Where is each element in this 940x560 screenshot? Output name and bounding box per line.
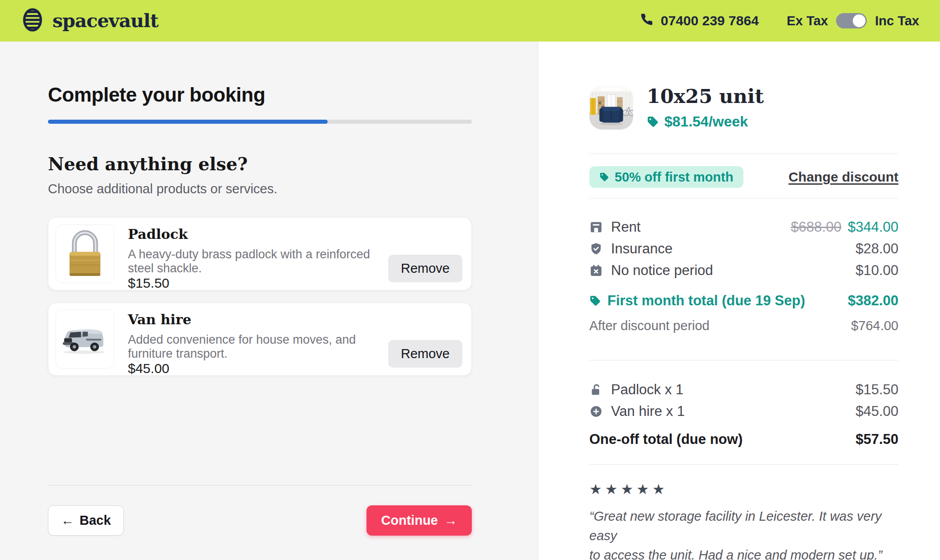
unit-name: 10x25 unit bbox=[647, 86, 764, 107]
arrow-left-icon: ← bbox=[61, 513, 74, 528]
review-quote: “Great new storage facility in Leicester… bbox=[589, 507, 898, 560]
change-discount-link[interactable]: Change discount bbox=[789, 169, 898, 185]
discount-badge: 50% off first month bbox=[589, 166, 743, 188]
addon-price: $15.50 bbox=[128, 275, 375, 291]
cost-label: No notice period bbox=[611, 262, 713, 279]
addon-price: $45.00 bbox=[128, 361, 375, 376]
phone-contact[interactable]: 07400 239 7864 bbox=[640, 13, 759, 29]
discount-badge-label: 50% off first month bbox=[615, 170, 733, 185]
one-off-label: Van hire x 1 bbox=[611, 403, 685, 420]
section-subtitle: Choose additional products or services. bbox=[48, 182, 472, 196]
section-title: Need anything else? bbox=[48, 154, 472, 174]
after-discount-price: $764.00 bbox=[851, 318, 898, 333]
cost-rows: Rent $688.00$344.00 Insurance $28.00 bbox=[589, 216, 898, 281]
addon-info: Padlock A heavy-duty brass padlock with … bbox=[128, 224, 375, 283]
toggle-knob bbox=[853, 14, 865, 27]
addon-card-van: Van hire Added convenience for house mov… bbox=[48, 303, 472, 376]
addon-card-padlock: Padlock A heavy-duty brass padlock with … bbox=[48, 217, 472, 290]
ex-tax-label: Ex Tax bbox=[787, 14, 828, 28]
tax-toggle-group: Ex Tax Inc Tax bbox=[787, 13, 919, 28]
app-header: spacevault 07400 239 7864 Ex Tax Inc Tax bbox=[0, 0, 940, 42]
progress-fill bbox=[48, 120, 328, 124]
back-label: Back bbox=[80, 513, 111, 528]
unit-photo bbox=[589, 86, 633, 130]
brand: spacevault bbox=[21, 7, 158, 35]
star-rating: ★★★★★ bbox=[589, 481, 898, 498]
insurance-price: $28.00 bbox=[855, 241, 898, 257]
one-off-row-van: Van hire x 1 $45.00 bbox=[589, 401, 898, 422]
continue-button[interactable]: Continue → bbox=[367, 505, 472, 536]
plus-circle-icon bbox=[589, 405, 603, 418]
van-photo bbox=[56, 310, 114, 369]
one-off-price: $15.50 bbox=[855, 382, 898, 398]
footer-divider bbox=[48, 485, 472, 485]
rent-original-price: $688.00 bbox=[791, 219, 841, 235]
remove-button[interactable]: Remove bbox=[388, 255, 462, 282]
cost-label: Rent bbox=[611, 219, 640, 235]
one-off-rows: Padlock x 1 $15.50 Van hire x 1 $45.00 bbox=[589, 379, 898, 422]
spacevault-logo-icon bbox=[21, 7, 44, 35]
footer-row: ← Back Continue → bbox=[48, 505, 472, 536]
cost-row-notice: No notice period $10.00 bbox=[589, 260, 898, 281]
one-off-total-label: One-off total (due now) bbox=[589, 431, 743, 448]
cost-label: Insurance bbox=[611, 241, 672, 257]
cost-row-rent: Rent $688.00$344.00 bbox=[589, 216, 898, 238]
addon-description: A heavy-duty brass padlock with a reinfo… bbox=[128, 247, 375, 275]
padlock-icon bbox=[589, 383, 603, 397]
booking-pane: Complete your booking Need anything else… bbox=[0, 42, 538, 560]
tax-toggle[interactable] bbox=[836, 13, 867, 28]
main: Complete your booking Need anything else… bbox=[0, 42, 940, 560]
discount-row: 50% off first month Change discount bbox=[589, 166, 898, 188]
continue-label: Continue bbox=[381, 513, 438, 528]
rent-price: $344.00 bbox=[848, 219, 898, 235]
booking-content: Complete your booking Need anything else… bbox=[48, 42, 472, 536]
padlock-photo bbox=[56, 224, 114, 283]
page-title: Complete your booking bbox=[48, 83, 472, 107]
addon-name: Padlock bbox=[128, 226, 375, 242]
addon-list: Padlock A heavy-duty brass padlock with … bbox=[48, 217, 472, 376]
storage-unit-icon bbox=[589, 220, 603, 234]
summary-pane: 10x25 unit $81.54/week 50% off first mon… bbox=[538, 42, 940, 560]
calendar-x-icon bbox=[589, 264, 603, 277]
phone-icon bbox=[640, 13, 653, 29]
remove-button[interactable]: Remove bbox=[388, 340, 462, 368]
first-month-total-price: $382.00 bbox=[848, 293, 898, 309]
arrow-right-icon: → bbox=[444, 513, 457, 528]
after-discount-label: After discount period bbox=[589, 318, 710, 333]
divider bbox=[589, 198, 898, 198]
unit-rate: $81.54/week bbox=[647, 113, 764, 130]
divider bbox=[589, 154, 898, 154]
one-off-row-padlock: Padlock x 1 $15.50 bbox=[589, 379, 898, 401]
first-month-total-row: First month total (due 19 Sep) $382.00 bbox=[589, 291, 898, 310]
tag-icon bbox=[599, 172, 609, 182]
review-quote-line: “Great new storage facility in Leicester… bbox=[589, 509, 882, 543]
notice-price: $10.00 bbox=[855, 262, 898, 279]
one-off-total-price: $57.50 bbox=[855, 431, 898, 448]
review: ★★★★★ “Great new storage facility in Lei… bbox=[589, 481, 898, 560]
addon-info: Van hire Added convenience for house mov… bbox=[128, 310, 375, 369]
unit-info: 10x25 unit $81.54/week bbox=[647, 86, 764, 130]
one-off-label: Padlock x 1 bbox=[611, 382, 683, 398]
divider bbox=[589, 360, 898, 360]
phone-number: 07400 239 7864 bbox=[661, 13, 759, 28]
divider bbox=[589, 464, 898, 465]
first-month-total-label: First month total (due 19 Sep) bbox=[607, 293, 805, 309]
inc-tax-label: Inc Tax bbox=[875, 14, 919, 28]
shield-check-icon bbox=[589, 242, 603, 256]
unit-header: 10x25 unit $81.54/week bbox=[589, 86, 898, 130]
price-tag-icon bbox=[647, 116, 659, 128]
header-right: 07400 239 7864 Ex Tax Inc Tax bbox=[640, 13, 919, 29]
brand-name: spacevault bbox=[52, 10, 158, 32]
progress-bar bbox=[48, 120, 472, 124]
cost-row-insurance: Insurance $28.00 bbox=[589, 238, 898, 260]
one-off-total-row: One-off total (due now) $57.50 bbox=[589, 429, 898, 449]
one-off-price: $45.00 bbox=[855, 403, 898, 420]
tag-icon bbox=[589, 295, 601, 307]
addon-name: Van hire bbox=[128, 312, 375, 327]
after-discount-row: After discount period $764.00 bbox=[589, 317, 898, 335]
back-button[interactable]: ← Back bbox=[48, 505, 124, 536]
review-quote-line: to access the unit. Had a nice and moder… bbox=[589, 548, 882, 560]
addon-description: Added convenience for house moves, and f… bbox=[128, 333, 375, 361]
unit-rate-text: $81.54/week bbox=[664, 113, 748, 130]
